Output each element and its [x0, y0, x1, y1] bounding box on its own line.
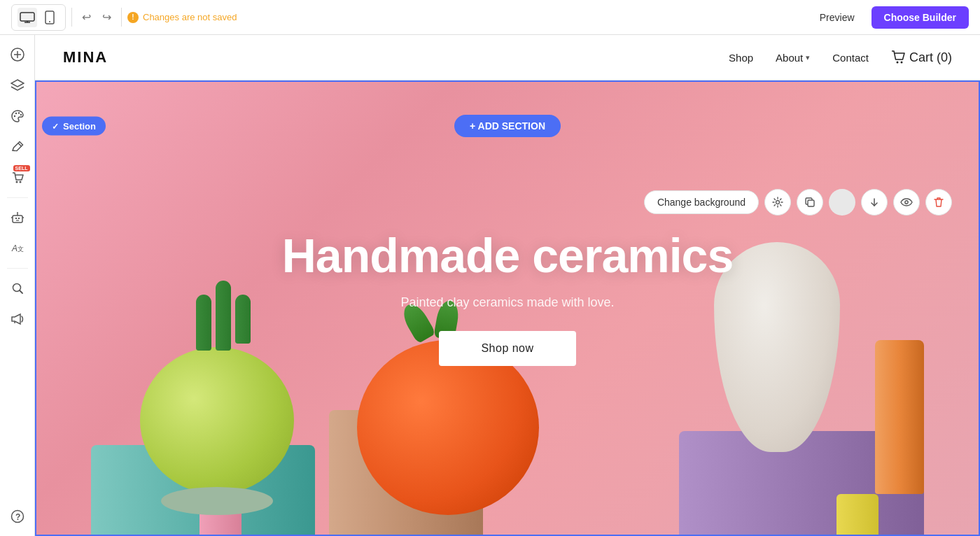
add-section-label: + ADD SECTION — [470, 120, 545, 132]
choose-builder-button[interactable]: Choose Builder — [872, 6, 969, 29]
svg-line-14 — [13, 150, 15, 151]
nav-shop-label: Shop — [729, 52, 753, 64]
shop-now-button[interactable]: Shop now — [439, 331, 575, 366]
nav-about-label: About — [776, 52, 803, 64]
svg-point-11 — [18, 112, 19, 113]
svg-text:?: ? — [15, 512, 20, 522]
top-bar-left: ↩ ↪ ! Changes are not saved — [11, 4, 237, 31]
add-element-icon[interactable] — [4, 41, 31, 69]
svg-point-12 — [20, 114, 21, 115]
svg-rect-0 — [20, 13, 34, 21]
nav-contact-label: Contact — [832, 52, 869, 64]
cart-label: Cart (0) — [909, 50, 952, 65]
svg-point-10 — [15, 113, 16, 114]
delete-button[interactable] — [925, 189, 952, 216]
sidebar-divider-2 — [7, 268, 28, 269]
robot-icon[interactable] — [4, 204, 31, 232]
help-icon[interactable]: ? — [4, 502, 31, 530]
undo-redo-group: ↩ ↪ — [71, 8, 122, 27]
settings-button[interactable] — [764, 189, 791, 216]
nav-shop[interactable]: Shop — [729, 52, 753, 64]
cart-link[interactable]: Cart (0) — [891, 50, 952, 65]
svg-text:文: 文 — [18, 246, 24, 253]
hero-toolbar: Change background — [644, 189, 952, 216]
device-switcher — [11, 4, 66, 31]
edit-icon[interactable] — [4, 133, 31, 161]
left-sidebar: SELL A 文 — [0, 35, 35, 536]
preview-button[interactable]: Preview — [811, 8, 863, 27]
unsaved-label: Changes are not saved — [143, 12, 237, 22]
sell-icon[interactable]: SELL — [4, 164, 31, 192]
check-icon: ✓ — [52, 121, 59, 131]
add-section-button[interactable]: + ADD SECTION — [454, 115, 561, 137]
sell-badge-label: SELL — [13, 165, 30, 171]
svg-line-28 — [20, 290, 22, 293]
sidebar-divider — [7, 197, 28, 198]
duplicate-button[interactable] — [797, 189, 823, 216]
move-down-button[interactable] — [861, 189, 888, 216]
warning-icon: ! — [127, 12, 139, 23]
svg-rect-19 — [18, 218, 20, 219]
search-icon[interactable] — [4, 274, 31, 302]
section-label-text: Section — [63, 121, 96, 132]
svg-point-16 — [19, 181, 21, 183]
desktop-icon[interactable] — [18, 8, 37, 27]
about-chevron-icon: ▾ — [806, 53, 810, 62]
palette-icon[interactable] — [4, 102, 31, 130]
translate-icon[interactable]: A 文 — [4, 234, 31, 262]
nav-links: Shop About ▾ Contact Cart (0) — [729, 50, 952, 65]
mobile-icon[interactable] — [40, 8, 59, 27]
svg-point-15 — [15, 181, 18, 183]
svg-point-22 — [17, 212, 18, 213]
svg-marker-8 — [11, 80, 24, 87]
hero-text: Handmade ceramics Painted clay ceramics … — [35, 80, 980, 536]
megaphone-icon[interactable] — [4, 305, 31, 333]
visibility-button[interactable] — [893, 189, 920, 216]
layers-icon[interactable] — [4, 71, 31, 99]
top-bar: ↩ ↪ ! Changes are not saved Preview Choo… — [0, 0, 980, 35]
change-background-button[interactable]: Change background — [644, 190, 759, 214]
svg-point-32 — [900, 62, 902, 64]
main-layout: SELL A 文 — [0, 35, 980, 536]
undo-button[interactable]: ↩ — [78, 8, 95, 27]
svg-rect-34 — [808, 200, 814, 206]
svg-point-9 — [13, 115, 15, 117]
nav-about[interactable]: About ▾ — [776, 52, 810, 64]
svg-rect-18 — [15, 218, 17, 219]
color-swatch-button[interactable] — [829, 189, 855, 216]
svg-rect-17 — [13, 216, 22, 223]
svg-point-31 — [896, 62, 898, 64]
unsaved-badge: ! Changes are not saved — [127, 12, 237, 23]
site-logo: MINA — [63, 48, 108, 66]
svg-text:A: A — [11, 244, 18, 253]
hero-title: Handmade ceramics — [282, 230, 733, 282]
redo-button[interactable]: ↪ — [98, 8, 115, 27]
hero-section: Handmade ceramics Painted clay ceramics … — [35, 80, 980, 536]
hero-subtitle: Painted clay ceramics made with love. — [400, 295, 614, 310]
nav-contact[interactable]: Contact — [832, 52, 869, 64]
svg-point-36 — [905, 201, 908, 204]
section-label-button[interactable]: ✓ Section — [42, 117, 106, 136]
content-area: MINA Shop About ▾ Contact — [35, 35, 980, 536]
site-nav: MINA Shop About ▾ Contact — [35, 35, 980, 80]
svg-point-33 — [776, 201, 780, 204]
svg-point-4 — [49, 21, 50, 22]
hero-section-wrapper: ✓ Section + ADD SECTION — [35, 80, 980, 536]
